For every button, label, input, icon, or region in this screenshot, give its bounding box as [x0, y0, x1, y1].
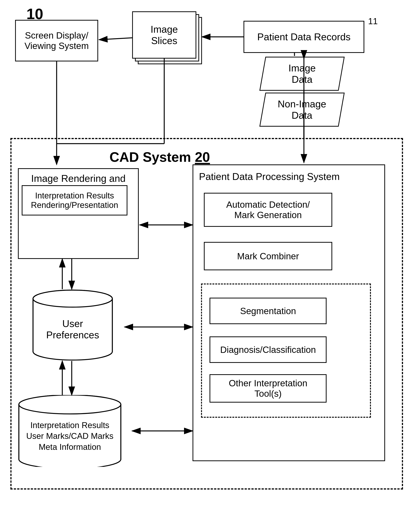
diagram: 10 CAD System 20 Patient Data Records Im…	[0, 0, 420, 519]
auto-detect-box: Automatic Detection/Mark Generation	[204, 193, 332, 227]
user-preferences-cylinder: User Preferences	[29, 289, 124, 361]
svg-point-6	[33, 290, 112, 307]
interp-results-db: Interpretation Results User Marks/CAD Ma…	[15, 395, 132, 467]
ref-11: 11	[368, 16, 378, 26]
image-slices-box: ImageSlices	[132, 11, 196, 59]
diagnosis-box: Diagnosis/Classification	[210, 336, 327, 363]
cad-system-label: CAD System 20	[110, 149, 210, 165]
svg-point-15	[19, 395, 121, 414]
patient-data-records-box: Patient Data Records	[243, 21, 364, 53]
svg-text:User Marks/CAD Marks: User Marks/CAD Marks	[26, 431, 113, 441]
image-slices-container: ImageSlices	[132, 11, 208, 77]
segmentation-box: Segmentation	[210, 298, 327, 324]
svg-line-22	[99, 38, 132, 40]
svg-text:Interpretation Results: Interpretation Results	[30, 420, 109, 430]
svg-text:Meta Information: Meta Information	[39, 442, 101, 451]
interp-results-rendering-box: Interpretation ResultsRendering/Presenta…	[22, 185, 128, 216]
mark-combiner-box: Mark Combiner	[204, 242, 332, 270]
other-interp-box: Other InterpretationTool(s)	[210, 374, 327, 403]
svg-text:Preferences: Preferences	[46, 329, 99, 341]
image-data-box: ImageData	[259, 57, 345, 91]
screen-display-box: Screen Display/Viewing System	[15, 20, 98, 62]
non-image-data-box: Non-ImageData	[259, 93, 345, 127]
svg-text:User: User	[62, 318, 83, 329]
